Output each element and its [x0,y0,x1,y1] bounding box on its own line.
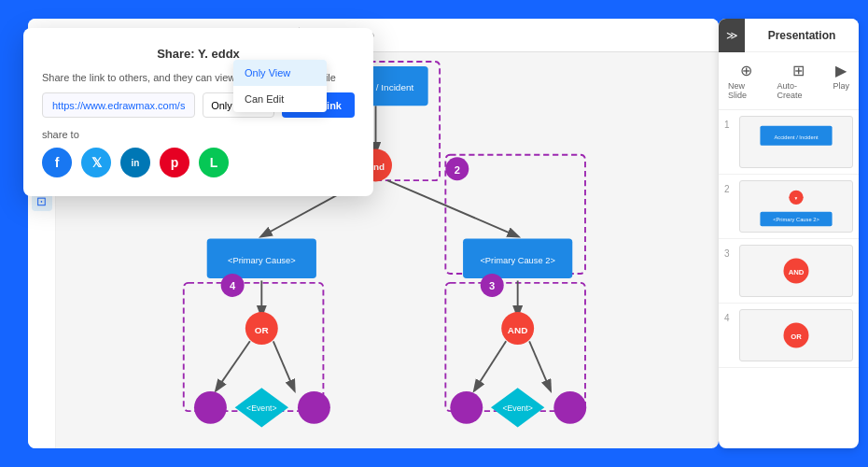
slides-list: 1 Accident / Incident 2 ▼ <Primary Cause… [719,110,859,448]
auto-create-button[interactable]: ⊞ Auto-Create [771,58,825,104]
twitter-icon[interactable]: 𝕏 [81,148,111,177]
dropdown-can-edit[interactable]: Can Edit [233,86,327,112]
svg-point-25 [194,391,227,424]
panel-collapse-button[interactable]: ≫ [719,19,745,52]
svg-point-29 [450,391,483,424]
social-icons: f 𝕏 in p L [42,148,355,177]
slide-thumbnail-4: OR [739,309,853,361]
new-slide-button[interactable]: ⊕ New Slide [722,58,769,104]
slide-item-1[interactable]: 1 Accident / Incident [719,110,859,175]
svg-line-9 [217,341,250,389]
svg-text:▼: ▼ [794,196,799,201]
pinterest-icon[interactable]: p [160,148,189,177]
slide-number-2: 2 [724,180,735,194]
slide-item-2[interactable]: 2 ▼ <Primary Cause 2> [719,175,859,239]
svg-text:<Event>: <Event> [502,403,532,413]
svg-rect-3 [184,283,324,411]
link-input[interactable] [42,92,195,118]
svg-text:Accident / Incident: Accident / Incident [774,134,819,140]
svg-point-26 [298,391,330,424]
slide-number-1: 1 [724,116,735,130]
slide-number-4: 4 [724,309,735,323]
slide-item-3[interactable]: 3 AND [719,239,859,304]
slide-item-4[interactable]: 4 OR [719,304,859,368]
svg-line-12 [529,341,550,389]
right-panel: ≫ Presentation ⊕ New Slide ⊞ Auto-Create… [719,19,859,448]
slide-thumbnail-2: ▼ <Primary Cause 2> [739,180,853,233]
new-slide-label: New Slide [728,81,763,100]
slide-thumbnail-1: Accident / Incident [739,116,853,168]
svg-text:<Primary Cause 2>: <Primary Cause 2> [480,256,555,265]
modal-title: Share: Y. eddx [42,47,355,61]
svg-point-30 [553,391,586,424]
svg-text:<Primary Cause 2>: <Primary Cause 2> [773,217,819,222]
svg-text:2: 2 [455,164,460,176]
play-label: Play [833,81,849,91]
panel-header: ≫ Presentation [719,19,859,52]
svg-line-6 [387,180,518,236]
dropdown-only-view[interactable]: Only View [233,60,327,86]
dropdown-popup: Only View Can Edit [233,60,327,112]
facebook-icon[interactable]: f [42,148,72,177]
auto-create-label: Auto-Create [777,81,819,100]
slide-thumbnail-3: AND [739,245,853,297]
svg-text:OR: OR [791,333,802,341]
svg-text:OR: OR [255,325,269,335]
panel-actions: ⊕ New Slide ⊞ Auto-Create ▶ Play [719,52,859,110]
line-icon[interactable]: L [199,148,229,177]
slide-number-3: 3 [724,245,735,259]
play-icon: ▶ [835,62,847,79]
play-button[interactable]: ▶ Play [827,58,855,104]
svg-text:4: 4 [230,280,236,291]
share-to-label: share to [42,129,355,140]
linkedin-icon[interactable]: in [120,148,150,177]
svg-text:AND: AND [789,268,805,276]
share-modal: Share: Y. eddx Share the link to others,… [23,28,373,196]
svg-text:<Primary Cause>: <Primary Cause> [228,256,296,265]
svg-line-11 [475,341,507,389]
auto-create-icon: ⊞ [792,62,805,79]
svg-text:AND: AND [508,325,528,335]
new-slide-icon: ⊕ [740,62,752,79]
svg-text:<Event>: <Event> [246,403,276,413]
svg-text:3: 3 [489,280,495,291]
svg-line-10 [273,341,294,389]
panel-title: Presentation [745,29,859,42]
